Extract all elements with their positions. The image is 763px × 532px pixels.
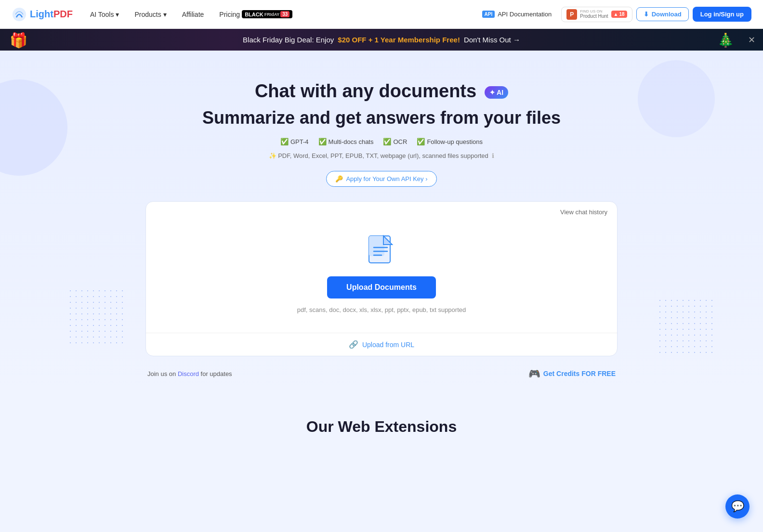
- check-icon-2: ✅: [318, 138, 327, 145]
- web-extensions-section: Our Web Extensions: [0, 394, 763, 450]
- nav-api-doc[interactable]: API API Documentation: [476, 8, 558, 21]
- hero-dots-left: [67, 288, 125, 346]
- ph-count-badge: ▲ 18: [611, 11, 627, 18]
- upload-area-header: View chat history: [146, 202, 617, 216]
- upload-formats-text: pdf, scans, doc, docx, xls, xlsx, ppt, p…: [297, 306, 466, 313]
- web-extensions-title: Our Web Extensions: [10, 418, 753, 436]
- banner-decoration-right: 🎄: [717, 32, 734, 48]
- product-hunt-logo: P: [566, 9, 577, 20]
- upload-area: View chat history Upload Documents pdf, …: [145, 201, 618, 356]
- api-key-button[interactable]: 🔑 Apply for Your Own API Key ›: [326, 171, 436, 187]
- chat-history-link[interactable]: View chat history: [560, 208, 607, 216]
- api-badge: API: [482, 11, 495, 18]
- logo-icon: [12, 7, 27, 22]
- logo-text: LightPDF: [30, 9, 73, 20]
- feature-gpt4: ✅ GPT-4: [280, 138, 309, 145]
- download-button[interactable]: ⬇ Download: [636, 7, 689, 21]
- hero-features: ✅ GPT-4 ✅ Multi-docs chats ✅ OCR ✅ Follo…: [10, 138, 753, 145]
- navbar: LightPDF AI Tools ▾ Products ▾ Affiliate…: [0, 0, 763, 29]
- banner-text-before: Black Friday Big Deal: Enjoy: [243, 36, 334, 44]
- feature-ocr: ✅ OCR: [383, 138, 407, 145]
- join-text: Join us on Discord for updates: [147, 370, 232, 377]
- login-button[interactable]: Log in/Sign up: [693, 7, 751, 22]
- nav-ai-tools[interactable]: AI Tools ▾: [84, 8, 125, 21]
- banner-text-after: Don't Miss Out →: [464, 36, 520, 44]
- check-icon-3: ✅: [383, 138, 391, 145]
- download-icon: ⬇: [644, 11, 649, 18]
- upload-documents-button[interactable]: Upload Documents: [327, 276, 436, 298]
- link-icon: 🔗: [349, 340, 358, 349]
- hero-title: Chat with any documents ✦ AI: [10, 79, 753, 103]
- nav-pricing[interactable]: Pricing BLACK FRIdAY 33: [213, 7, 298, 21]
- product-hunt-button[interactable]: P FIND US ON Product Hunt ▲ 18: [561, 7, 632, 22]
- hero-dots-right: [657, 298, 715, 355]
- credits-button[interactable]: 🎮 Get Credits FOR FREE: [528, 368, 616, 379]
- logo[interactable]: LightPDF: [12, 7, 73, 22]
- feature-follow-up: ✅ Follow-up questions: [417, 138, 483, 145]
- feature-multi-docs: ✅ Multi-docs chats: [318, 138, 374, 145]
- nav-products[interactable]: Products ▾: [129, 8, 172, 21]
- ph-label: Product Hunt: [580, 13, 608, 19]
- chevron-down-icon: ▾: [116, 11, 119, 18]
- hero-subtitle: Summarize and get answers from your file…: [10, 108, 753, 128]
- upload-content: Upload Documents pdf, scans, doc, docx, …: [146, 216, 617, 333]
- chevron-down-icon: ▾: [163, 11, 167, 18]
- join-section: Join us on Discord for updates 🎮 Get Cre…: [145, 363, 618, 384]
- key-icon: 🔑: [335, 175, 343, 182]
- banner-decoration-left: 🎁: [10, 31, 27, 48]
- info-icon: ℹ: [492, 152, 494, 159]
- ph-find-text: FIND US ON: [580, 9, 608, 13]
- check-icon-1: ✅: [280, 138, 289, 145]
- document-icon: [367, 235, 396, 269]
- url-upload-button[interactable]: 🔗 Upload from URL: [146, 333, 617, 356]
- black-friday-badge: BLACK FRIdAY 33: [242, 10, 292, 18]
- svg-rect-2: [369, 236, 384, 256]
- nav-affiliate[interactable]: Affiliate: [176, 8, 210, 21]
- discord-link[interactable]: Discord: [178, 370, 199, 377]
- promo-banner: 🎁 Black Friday Big Deal: Enjoy $20 OFF +…: [0, 29, 763, 51]
- banner-close-button[interactable]: ✕: [748, 35, 755, 45]
- banner-highlight: $20 OFF + 1 Year Membership Free!: [338, 36, 460, 44]
- credits-icon: 🎮: [528, 368, 540, 379]
- hero-formats: ✨ PDF, Word, Excel, PPT, EPUB, TXT, webp…: [10, 152, 753, 159]
- hero-section: Chat with any documents ✦ AI Summarize a…: [0, 51, 763, 394]
- check-icon-4: ✅: [417, 138, 425, 145]
- ai-badge: ✦ AI: [485, 86, 508, 99]
